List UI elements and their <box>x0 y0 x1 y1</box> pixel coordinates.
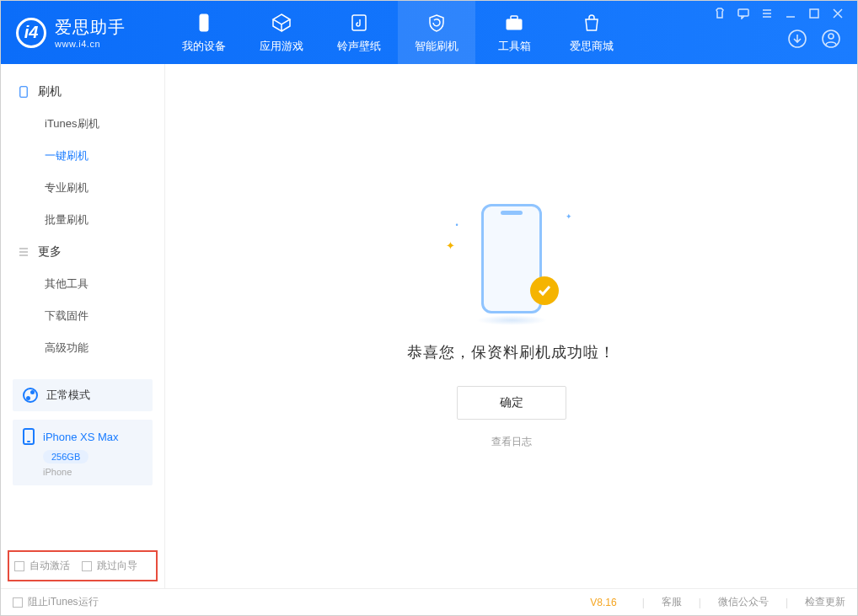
checkbox-icon <box>82 561 92 571</box>
svg-rect-1 <box>352 15 366 30</box>
checkbox-label: 自动激活 <box>29 559 70 573</box>
brand-url: www.i4.cn <box>55 39 126 49</box>
sidebar-item-itunes-flash[interactable]: iTunes刷机 <box>1 108 164 140</box>
device-storage: 256GB <box>43 450 88 463</box>
sparkle-icon: • <box>456 221 458 229</box>
menu-icon[interactable] <box>761 8 773 19</box>
divider: | <box>786 597 788 608</box>
bag-icon <box>581 12 603 34</box>
tab-store[interactable]: 爱思商城 <box>553 1 630 64</box>
toolbox-icon <box>503 12 525 34</box>
phone-icon <box>193 12 215 34</box>
sidebar-group-title: 刷机 <box>38 84 62 99</box>
header-right <box>714 1 857 64</box>
svg-rect-9 <box>20 87 27 98</box>
tab-apps-games[interactable]: 应用游戏 <box>243 1 320 64</box>
footer-link-check-update[interactable]: 检查更新 <box>805 595 845 609</box>
logo-area: i4 爱思助手 www.i4.cn <box>1 16 165 49</box>
checkbox-skip-guide[interactable]: 跳过向导 <box>82 559 137 573</box>
tab-label: 工具箱 <box>498 39 531 54</box>
mode-label: 正常模式 <box>46 388 90 403</box>
tab-label: 应用游戏 <box>260 39 303 54</box>
download-icon[interactable] <box>786 28 808 50</box>
ok-button[interactable]: 确定 <box>457 386 566 420</box>
feedback-icon[interactable] <box>737 8 749 19</box>
tab-label: 我的设备 <box>182 39 226 54</box>
svg-rect-3 <box>511 16 517 19</box>
logo-text: 爱思助手 www.i4.cn <box>55 16 126 49</box>
tab-label: 爱思商城 <box>570 39 614 54</box>
version-label: V8.16 <box>590 597 616 608</box>
top-tabs: 我的设备 应用游戏 铃声壁纸 智能刷机 工具箱 爱思商城 <box>165 1 630 64</box>
sidebar-group-title: 更多 <box>38 244 62 260</box>
divider: | <box>699 597 701 608</box>
svg-rect-0 <box>200 14 208 31</box>
mode-badge[interactable]: 正常模式 <box>13 379 153 411</box>
sidebar-item-one-click-flash[interactable]: 一键刷机 <box>1 140 164 172</box>
tab-label: 铃声壁纸 <box>337 39 381 54</box>
tab-label: 智能刷机 <box>415 39 458 54</box>
shirt-icon[interactable] <box>714 8 726 19</box>
sidebar-item-batch-flash[interactable]: 批量刷机 <box>1 204 164 236</box>
svg-rect-4 <box>738 9 748 16</box>
header: i4 爱思助手 www.i4.cn 我的设备 应用游戏 铃声壁纸 智能刷机 工具… <box>1 1 857 64</box>
body: 刷机 iTunes刷机 一键刷机 专业刷机 批量刷机 更多 其他工具 下载固件 … <box>1 64 857 588</box>
sidebar-group-more: 更多 <box>1 236 164 268</box>
shadow <box>476 315 547 325</box>
divider: | <box>642 597 645 608</box>
sidebar-group-flash: 刷机 <box>1 76 164 108</box>
checkbox-label: 跳过向导 <box>97 559 137 573</box>
sparkle-icon: ✦ <box>566 212 572 221</box>
maximize-icon[interactable] <box>808 8 820 19</box>
checkbox-label: 阻止iTunes运行 <box>28 595 99 609</box>
checkmark-badge-icon <box>530 276 559 305</box>
view-log-link[interactable]: 查看日志 <box>491 435 532 449</box>
svg-rect-5 <box>810 9 818 18</box>
tab-ringtones-wallpapers[interactable]: 铃声壁纸 <box>320 1 398 64</box>
device-phone-icon <box>23 428 35 445</box>
tab-smart-flash[interactable]: 智能刷机 <box>398 1 475 64</box>
main-content: ✦ ✦ • 恭喜您，保资料刷机成功啦！ 确定 查看日志 <box>165 64 857 588</box>
header-action-icons <box>786 28 849 50</box>
tab-toolbox[interactable]: 工具箱 <box>475 1 553 64</box>
logo-icon: i4 <box>16 18 46 48</box>
footer-link-wechat[interactable]: 微信公众号 <box>718 595 769 609</box>
footer-link-support[interactable]: 客服 <box>662 595 682 609</box>
list-icon <box>18 246 29 258</box>
success-illustration: ✦ ✦ • <box>469 204 554 322</box>
close-icon[interactable] <box>832 8 844 19</box>
mode-icon <box>23 388 38 403</box>
bottom-options-highlight: 自动激活 跳过向导 <box>8 550 158 581</box>
checkbox-icon <box>14 561 24 571</box>
phone-outline-icon <box>18 86 29 98</box>
sidebar-item-advanced[interactable]: 高级功能 <box>1 332 164 364</box>
refresh-shield-icon <box>426 12 448 34</box>
sparkle-icon: ✦ <box>446 239 455 252</box>
user-icon[interactable] <box>820 28 842 50</box>
minimize-icon[interactable] <box>785 8 796 19</box>
tab-my-device[interactable]: 我的设备 <box>165 1 243 64</box>
cube-icon <box>271 12 292 34</box>
sidebar: 刷机 iTunes刷机 一键刷机 专业刷机 批量刷机 更多 其他工具 下载固件 … <box>1 64 165 588</box>
device-name: iPhone XS Max <box>43 431 119 443</box>
svg-point-8 <box>829 34 834 39</box>
success-message: 恭喜您，保资料刷机成功啦！ <box>407 342 615 362</box>
sidebar-item-pro-flash[interactable]: 专业刷机 <box>1 172 164 204</box>
checkbox-block-itunes[interactable]: 阻止iTunes运行 <box>13 595 99 609</box>
sidebar-item-download-firmware[interactable]: 下载固件 <box>1 300 164 332</box>
svg-rect-2 <box>507 19 522 29</box>
checkbox-auto-activate[interactable]: 自动激活 <box>14 559 70 573</box>
sidebar-item-other-tools[interactable]: 其他工具 <box>1 268 164 300</box>
checkbox-icon <box>13 597 23 608</box>
music-icon <box>348 12 370 34</box>
footer: 阻止iTunes运行 V8.16 | 客服 | 微信公众号 | 检查更新 <box>1 588 857 615</box>
brand-name: 爱思助手 <box>55 16 126 39</box>
device-badge[interactable]: iPhone XS Max 256GB iPhone <box>13 420 153 485</box>
device-type: iPhone <box>43 467 142 477</box>
window-controls <box>714 1 849 19</box>
